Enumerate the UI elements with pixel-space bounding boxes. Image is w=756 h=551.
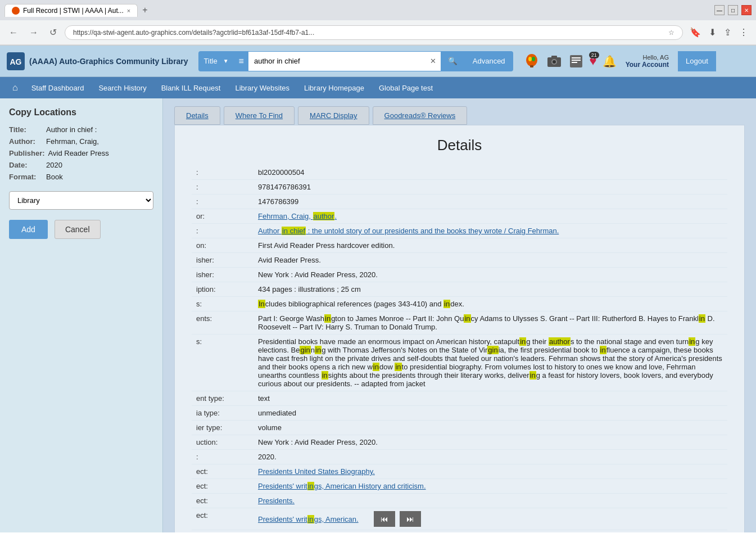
- nav-global-page[interactable]: Global Page test: [372, 79, 440, 97]
- add-btn[interactable]: Add: [9, 220, 48, 239]
- menu-btn[interactable]: ⋮: [737, 25, 750, 40]
- home-btn[interactable]: ⌂: [7, 79, 24, 96]
- highlight: in: [699, 314, 705, 323]
- nav-library-websites[interactable]: Library Websites: [228, 79, 296, 97]
- title-link[interactable]: Author in chief : the untold story of ou…: [258, 227, 559, 235]
- share-btn[interactable]: ⇪: [722, 25, 734, 40]
- advanced-search-btn[interactable]: Advanced: [465, 51, 513, 71]
- svg-rect-11: [572, 57, 581, 58]
- tab-marc-display[interactable]: MARC Display: [298, 106, 369, 125]
- table-row: ect: Presidents' writings, American Hist…: [192, 479, 727, 494]
- nav-search-history[interactable]: Search History: [92, 79, 153, 97]
- highlight: gin: [300, 346, 310, 354]
- back-btn[interactable]: ←: [6, 25, 21, 40]
- bookmark-btn[interactable]: 🔖: [687, 25, 703, 40]
- address-bar[interactable]: https://qa-stwi-agent.auto-graphics.com/…: [65, 25, 683, 40]
- org-name: (AAAA) Auto-Graphics Community Library: [29, 57, 188, 66]
- row-val: Presidential books have made an enormous…: [253, 335, 727, 391]
- row-val: Fehrman, Craig, author.: [253, 209, 727, 224]
- highlight: in: [307, 482, 314, 490]
- table-row: uction: New York : Avid Reader Press, 20…: [192, 435, 727, 450]
- search-type-label: Title: [204, 57, 218, 65]
- tab-where-to-find[interactable]: Where To Find: [224, 106, 295, 125]
- row-key: :: [192, 180, 253, 195]
- playback-start-btn[interactable]: ⏮: [374, 511, 395, 527]
- highlight: in: [307, 515, 314, 523]
- logout-btn[interactable]: Logout: [678, 51, 716, 71]
- playback-end-btn[interactable]: ⏭: [400, 511, 421, 527]
- row-val: unmediated: [253, 406, 727, 421]
- tab-close-btn[interactable]: ×: [127, 7, 130, 14]
- highlight-in: In: [258, 300, 265, 308]
- app-logo-icon: AG: [7, 52, 25, 70]
- camera-icon-btn[interactable]: [546, 53, 563, 70]
- row-key: ect:: [192, 464, 253, 479]
- svg-rect-12: [572, 60, 581, 61]
- heart-icon-btn[interactable]: ♥ 21: [590, 54, 597, 69]
- subject-link-2[interactable]: Presidents' writings, American History a…: [258, 482, 426, 490]
- bell-icon-btn[interactable]: 🔔: [603, 55, 617, 68]
- table-row: isher: Avid Reader Press.: [192, 253, 727, 268]
- author-link[interactable]: Fehrman, Craig, author.: [258, 212, 337, 220]
- row-val: New York : Avid Reader Press, 2020.: [253, 435, 727, 450]
- subject-link-3[interactable]: Presidents.: [258, 496, 295, 505]
- sidebar-buttons: Add Cancel: [9, 220, 153, 239]
- row-val: Author in chief : the untold story of ou…: [253, 224, 727, 238]
- news-icon-btn[interactable]: [568, 53, 584, 69]
- svg-rect-10: [570, 55, 582, 67]
- refresh-btn[interactable]: ↺: [46, 25, 60, 40]
- close-btn[interactable]: ✕: [741, 5, 752, 15]
- search-box: Title ▼ ≡ ✕ 🔍 Advanced: [198, 51, 513, 71]
- table-row: on: First Avid Reader Press hardcover ed…: [192, 238, 727, 253]
- main-layout: Copy Locations Title: Author in chief : …: [0, 98, 756, 532]
- row-val: United States.: [253, 530, 727, 533]
- browser-frame: Full Record | STWI | AAAA | Aut... × + —…: [0, 0, 756, 46]
- subject-link-4[interactable]: Presidents' writings, American.: [258, 515, 359, 523]
- nav-blank-ill[interactable]: Blank ILL Request: [155, 79, 228, 97]
- cancel-btn[interactable]: Cancel: [55, 220, 101, 239]
- svg-point-8: [553, 60, 556, 64]
- row-val: volume: [253, 421, 727, 435]
- svg-point-3: [528, 57, 532, 61]
- title-bar: Full Record | STWI | AAAA | Aut... × + —…: [0, 0, 756, 20]
- row-key: ect:: [192, 530, 253, 533]
- download-btn[interactable]: ⬇: [707, 25, 718, 40]
- sidebar-author-value: Fehrman, Craig,: [46, 137, 99, 146]
- tab-details[interactable]: Details: [174, 106, 220, 125]
- nav-staff-dashboard[interactable]: Staff Dashboard: [25, 79, 91, 97]
- row-val: 434 pages : illustrations ; 25 cm: [253, 282, 727, 297]
- row-val: Part I: George Washington to James Monro…: [253, 311, 727, 335]
- search-filter-icon[interactable]: ≡: [234, 51, 248, 71]
- highlight: in: [689, 337, 695, 346]
- active-tab[interactable]: Full Record | STWI | AAAA | Aut... ×: [4, 4, 138, 17]
- table-row: : Author in chief : the untold story of …: [192, 224, 727, 238]
- search-go-btn[interactable]: 🔍: [441, 51, 465, 71]
- tab-goodreads[interactable]: Goodreads® Reviews: [373, 106, 468, 125]
- search-input[interactable]: [248, 51, 425, 71]
- bookmark-icon: ☆: [668, 29, 674, 37]
- table-row: ia type: unmediated: [192, 406, 727, 421]
- row-key: isher:: [192, 253, 253, 268]
- search-clear-btn[interactable]: ✕: [425, 51, 441, 71]
- table-row: ect: Presidents' writings, American. ⏮ ⏭: [192, 508, 727, 530]
- subject-link-1[interactable]: Presidents United States Biography.: [258, 467, 375, 476]
- maximize-btn[interactable]: □: [728, 5, 738, 15]
- minimize-btn[interactable]: —: [714, 5, 725, 15]
- row-val: text: [253, 391, 727, 406]
- sidebar-format-value: Book: [46, 173, 63, 181]
- header-icons: ♥ 21 🔔: [523, 53, 617, 70]
- nav-library-homepage[interactable]: Library Homepage: [297, 79, 371, 97]
- forward-btn[interactable]: →: [26, 25, 42, 40]
- sidebar-date-value: 2020: [46, 161, 62, 169]
- balloon-icon-btn[interactable]: [523, 53, 540, 70]
- table-row: : 2020.: [192, 450, 727, 464]
- content-area: Details Where To Find MARC Display Goodr…: [163, 98, 756, 532]
- new-tab-btn[interactable]: +: [138, 5, 152, 15]
- your-account-btn[interactable]: Your Account: [626, 61, 669, 69]
- table-row: s: Presidential books have made an enorm…: [192, 335, 727, 391]
- search-type-dropdown[interactable]: Title ▼: [198, 51, 234, 71]
- library-select[interactable]: Library Branch 1 Branch 2: [9, 191, 153, 210]
- chevron-down-icon: ▼: [223, 58, 229, 64]
- table-row: ect: Presidents United States Biography.: [192, 464, 727, 479]
- sidebar-publisher-value: Avid Reader Press: [48, 149, 109, 157]
